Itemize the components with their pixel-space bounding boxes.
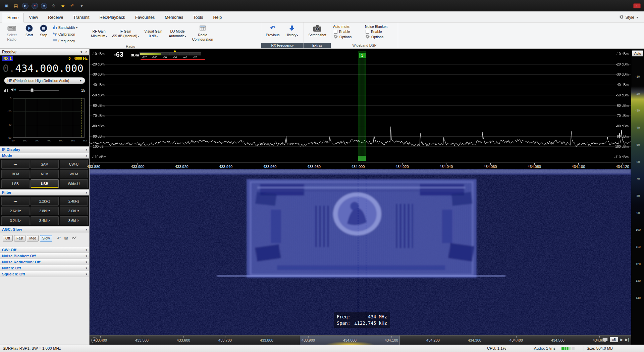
chevron-down-icon[interactable]: ▾ (86, 248, 87, 252)
rx-badge[interactable]: RX 1 (2, 56, 13, 61)
auto-scale-button[interactable]: Auto (632, 50, 643, 56)
agc-button-med[interactable]: Med (27, 235, 38, 241)
select-radio-button[interactable]: Select Radio (2, 23, 21, 44)
tuning-indicator[interactable]: 1 (358, 51, 366, 161)
chevron-down-icon[interactable]: ▾ (86, 260, 87, 264)
filter-button-3-0khz[interactable]: 3.0kHz (60, 207, 88, 215)
rf-gain-button[interactable]: RF Gain Minimum▾ (89, 23, 109, 44)
speaker-icon[interactable] (11, 87, 16, 93)
agc-button-fast[interactable]: Fast (14, 235, 25, 241)
audio-device-select[interactable]: HP (Périphérique High Definition Audio) … (4, 77, 85, 84)
scroll-left-button[interactable]: ◀ (91, 337, 97, 343)
stop-button[interactable]: Stop (37, 23, 50, 44)
mode-header[interactable]: Mode ▴ (0, 152, 89, 159)
play-icon[interactable]: ▶ (22, 3, 29, 9)
envelope-icon[interactable]: ✉ (64, 236, 68, 241)
auto-mute-enable-checkbox[interactable]: Enable (333, 30, 364, 34)
tab-home[interactable]: Home (2, 13, 24, 23)
play-forward-icon[interactable]: ▶ (620, 338, 623, 342)
tab-memories[interactable]: Memories (160, 13, 188, 22)
calibration-button[interactable]: Calibration (51, 31, 88, 37)
tab-transmit[interactable]: Transmit (68, 13, 94, 22)
radio-configuration-button[interactable]: Radio Configuration (190, 23, 215, 44)
mode-button-cw-u[interactable]: CW-U (60, 160, 88, 169)
filter-button-2-2khz[interactable]: 2.2kHz (31, 197, 59, 206)
section-notch[interactable]: Notch: Off▾ (0, 265, 89, 271)
visual-gain-button[interactable]: Visual Gain 0 dB▾ (142, 23, 165, 44)
agc-graph-icon[interactable] (71, 236, 76, 241)
open-folder-icon[interactable]: ▤ (13, 3, 19, 9)
mode-button-sam[interactable]: SAM (31, 160, 59, 169)
chevron-down-icon[interactable]: ▾ (86, 272, 87, 276)
frequency-navigation-bar[interactable]: ◀ x5 ▶ ▶| 433.400433.500433.600433.70043… (90, 335, 631, 345)
app-badge-icon[interactable]: ▪ (633, 3, 641, 8)
previous-button[interactable]: ↶ Previous (263, 23, 282, 43)
bandwidth-button[interactable]: Bandwidth ▾ (51, 25, 88, 31)
favourites-icon[interactable]: ☆ (50, 3, 57, 9)
tab-rec-playback[interactable]: Rec/Playback (95, 13, 130, 22)
frequency-axis[interactable]: 433.880433.900433.920433.940433.960433.9… (90, 163, 631, 169)
equalizer-icon[interactable] (3, 87, 8, 93)
if-display-header[interactable]: IF Display ▴ (0, 146, 89, 152)
undo-icon[interactable]: ↶ (69, 3, 75, 9)
mode-button-wide-u[interactable]: Wide-U (60, 179, 88, 188)
chevron-down-icon[interactable]: ▾ (86, 266, 87, 270)
tab-favourites[interactable]: Favourites (130, 13, 160, 22)
history-button[interactable]: History▾ (283, 23, 301, 43)
section-noise-reduction[interactable]: Noise Reduction: Off▾ (0, 259, 89, 265)
waterfall-display[interactable]: Freq: 434 MHz Span: ±122.745 kHz (90, 169, 631, 335)
filter-header[interactable]: Filter ▴ (0, 189, 89, 195)
memory-status: Size: 504.0 MB (587, 346, 613, 350)
tab-tools[interactable]: Tools (188, 13, 208, 22)
start-button[interactable]: Start (22, 23, 36, 44)
noise-blanker-options-button[interactable]: Options (365, 35, 396, 39)
mode-button-usb[interactable]: USB (31, 179, 59, 188)
frequency-button[interactable]: Frequency (51, 38, 88, 44)
frequency-display[interactable]: 0. 434.000.000 (0, 61, 89, 75)
mode-button-bfm[interactable]: BFM (1, 170, 30, 178)
waterfall-scale[interactable]: Auto -10-20-30-40-50-60-70-80-90-100-110… (631, 49, 644, 345)
filter-button-3-2khz[interactable]: 3.2kHz (1, 216, 30, 225)
favourite-star-icon[interactable]: ★ (60, 3, 66, 9)
stop-icon[interactable]: ■ (41, 3, 47, 9)
skip-end-icon[interactable]: ▶| (625, 338, 629, 342)
agc-button-off[interactable]: Off (3, 235, 13, 241)
app-icon[interactable]: ▣ (3, 3, 10, 9)
noise-blanker-enable-checkbox[interactable]: Enable (365, 30, 396, 34)
section-cw[interactable]: CW: Off▾ (0, 247, 89, 253)
section-squelch[interactable]: Squelch: Off▾ (0, 271, 89, 277)
display-settings-icon[interactable] (602, 338, 608, 342)
zoom-button[interactable]: x5 (610, 337, 618, 342)
filter-button-2-4khz[interactable]: 2.4kHz (60, 197, 88, 206)
more-icon[interactable]: ▾ (78, 3, 85, 9)
auto-mute-options-button[interactable]: Options (333, 35, 364, 39)
mode-button--[interactable]: ••• (1, 160, 30, 169)
undo-icon[interactable]: ↶ (57, 236, 61, 241)
panel-close-icon[interactable]: × (85, 50, 87, 54)
agc-button-slow[interactable]: Slow (40, 235, 52, 241)
mode-button-nfm[interactable]: NFM (31, 170, 59, 178)
filter-button-3-6khz[interactable]: 3.6kHz (60, 216, 88, 225)
tab-view[interactable]: View (24, 13, 43, 22)
tab-help[interactable]: Help (208, 13, 227, 22)
mode-button-lsb[interactable]: LSB (1, 179, 30, 188)
section-noise-blanker[interactable]: Noise Blanker: Off▾ (0, 253, 89, 259)
if-gain-button[interactable]: IF Gain -55 dB (Manual)▾ (110, 23, 141, 44)
filter-button-2-8khz[interactable]: 2.8kHz (31, 207, 59, 215)
lo-mode-button[interactable]: LO Mode Automatic▾ (166, 23, 189, 44)
style-menu[interactable]: Style ▼ (619, 13, 642, 22)
receive-panel-header[interactable]: Receive ▾ × (0, 49, 89, 55)
spectrum-display[interactable]: 1 -63 dBm -120-100-80-60-40-20 -10 dBm-1… (90, 49, 631, 163)
record-icon[interactable]: ● (32, 3, 38, 9)
volume-slider[interactable] (19, 88, 59, 93)
tab-receive[interactable]: Receive (43, 13, 68, 22)
screenshot-button[interactable]: Screenshot (306, 23, 328, 43)
chevron-down-icon[interactable]: ▾ (86, 254, 87, 258)
filter-button-2-6khz[interactable]: 2.6kHz (1, 207, 30, 215)
panel-collapse-icon[interactable]: ▾ (80, 50, 82, 54)
filter-button-3-4khz[interactable]: 3.4kHz (31, 216, 59, 225)
agc-header[interactable]: AGC: Slow ▴ (0, 226, 89, 232)
volume-slider-thumb[interactable] (31, 88, 34, 92)
filter-button--[interactable]: ••• (1, 197, 30, 206)
mode-button-wfm[interactable]: WFM (60, 170, 88, 178)
